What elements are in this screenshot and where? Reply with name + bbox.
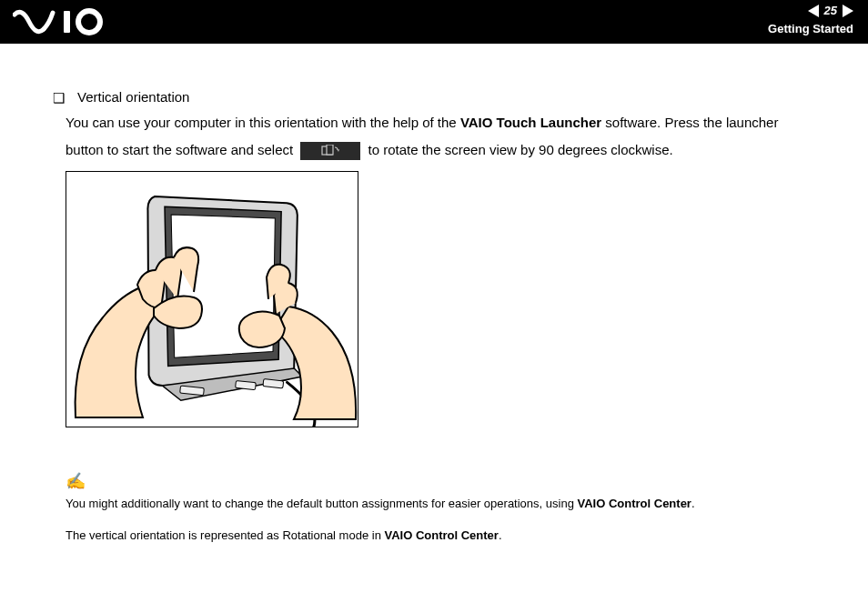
prev-page-arrow-icon[interactable] [808, 5, 819, 17]
text: to rotate the screen view by 90 degrees … [368, 142, 672, 157]
section-title: Getting Started [768, 22, 853, 35]
note-block: ✍ You might additionally want to change … [66, 471, 850, 547]
rotate-screen-button-icon [300, 142, 360, 160]
page-navigation: 25 [808, 4, 853, 17]
note-pencil-icon: ✍ [66, 471, 850, 491]
next-page-arrow-icon[interactable] [843, 5, 853, 17]
svg-rect-3 [327, 145, 333, 155]
text: . [691, 497, 695, 510]
device-held-illustration [66, 171, 850, 431]
page-number: 25 [824, 4, 837, 17]
text-bold: VAIO Touch Launcher [460, 115, 601, 130]
bullet-icon: ❑ [53, 89, 65, 107]
svg-rect-5 [263, 379, 284, 388]
text: The vertical orientation is represented … [66, 528, 384, 542]
note-line-1: You might additionally want to change th… [66, 493, 850, 514]
text-bold: VAIO Control Center [384, 528, 498, 542]
svg-point-1 [78, 11, 100, 33]
page-header: 25 Getting Started [0, 0, 868, 44]
bullet-row: ❑ Vertical orientation [53, 89, 850, 107]
text: . [499, 528, 502, 542]
svg-rect-4 [236, 380, 257, 389]
text-bold: VAIO Control Center [578, 497, 691, 510]
body-paragraph: You can use your computer in this orient… [66, 109, 850, 164]
page-content: ❑ Vertical orientation You can use your … [0, 44, 868, 576]
bullet-title: Vertical orientation [77, 89, 189, 105]
vaio-logo [13, 5, 113, 42]
text: software. Press the launcher [601, 115, 778, 130]
svg-rect-0 [64, 11, 70, 33]
text: You might additionally want to change th… [66, 497, 578, 510]
text: You can use your computer in this orient… [66, 115, 460, 130]
text: button to start the software and select [66, 142, 297, 157]
note-line-2: The vertical orientation is represented … [66, 525, 850, 546]
